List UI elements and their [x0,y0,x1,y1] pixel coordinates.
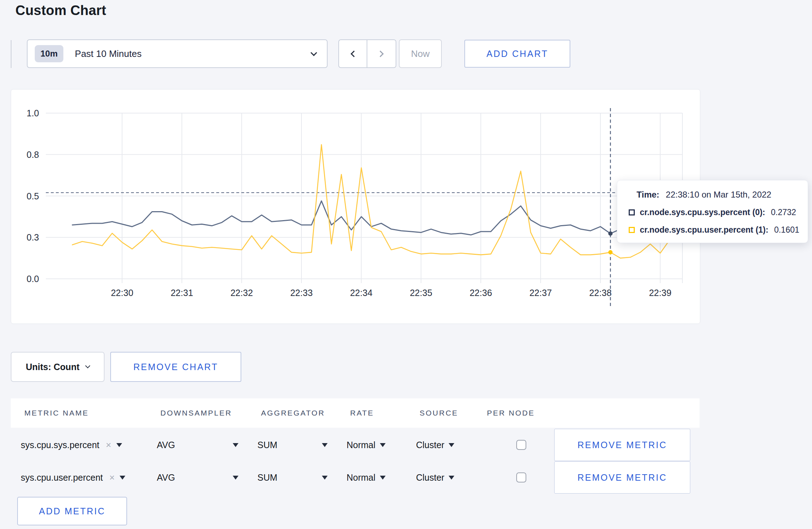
svg-text:0.8: 0.8 [26,150,39,160]
dropdown-caret-icon [449,443,454,447]
chevron-left-icon [351,50,357,57]
now-button[interactable]: Now [399,39,442,68]
svg-text:22:30: 22:30 [111,288,134,298]
chevron-down-icon [85,363,90,368]
tooltip-series-label: cr.node.sys.cpu.user.percent (1): [640,225,768,235]
remove-metric-button[interactable]: REMOVE METRIC [554,429,690,461]
metrics-table-header: METRIC NAME DOWNSAMPLER AGGREGATOR RATE … [11,398,700,428]
source-value: Cluster [416,440,444,450]
column-header-downsampler: DOWNSAMPLER [160,409,261,417]
remove-chart-button[interactable]: REMOVE CHART [110,352,241,382]
tooltip-series-value: 0.2732 [771,208,796,217]
sys-series-swatch-icon [629,209,635,215]
tooltip-series-row: cr.node.sys.cpu.user.percent (1): 0.1601 [629,225,801,235]
rate-value: Normal [347,440,376,450]
svg-text:22:38: 22:38 [589,288,612,298]
metric-name-label: sys.cpu.sys.percent [21,440,100,450]
tooltip-series-label: cr.node.sys.cpu.sys.percent (0): [640,208,765,217]
svg-text:22:39: 22:39 [649,288,672,298]
svg-text:22:33: 22:33 [290,288,313,298]
clear-metric-icon[interactable]: × [109,472,115,483]
tooltip-time-value: 22:38:10 on Mar 15th, 2022 [666,190,772,199]
per-node-checkbox[interactable] [516,440,526,450]
time-window-badge: 10m [35,45,63,62]
dropdown-caret-icon [322,443,328,447]
svg-text:22:32: 22:32 [231,288,253,298]
column-header-per-node: PER NODE [487,409,558,417]
per-node-checkbox[interactable] [516,472,526,482]
dropdown-caret-icon [449,476,454,480]
column-header-metric-name: METRIC NAME [24,409,160,417]
dropdown-caret-icon [120,476,125,480]
time-range-dropdown[interactable]: 10m Past 10 Minutes [27,39,328,68]
svg-text:0.5: 0.5 [26,191,39,201]
user-series-swatch-icon [629,227,635,233]
metric-name-dropdown[interactable]: sys.cpu.sys.percent × [21,440,157,451]
svg-text:0.0: 0.0 [26,274,39,284]
aggregator-dropdown[interactable]: SUM [257,440,328,450]
column-header-rate: RATE [350,409,420,417]
time-pager [338,39,396,68]
remove-metric-button[interactable]: REMOVE METRIC [554,461,690,494]
source-value: Cluster [416,472,444,483]
rate-dropdown[interactable]: Normal [347,472,386,483]
column-header-source: SOURCE [420,409,487,417]
column-header-aggregator: AGGREGATOR [261,409,350,417]
chevron-right-icon [377,50,383,57]
svg-text:22:31: 22:31 [171,288,193,298]
tooltip-time: Time:22:38:10 on Mar 15th, 2022 [629,190,801,200]
svg-text:1.0: 1.0 [26,108,39,118]
svg-text:22:35: 22:35 [410,288,432,298]
time-window-label: Past 10 Minutes [75,48,141,59]
rate-dropdown[interactable]: Normal [347,440,386,450]
metric-row: sys.cpu.sys.percent × AVG SUM Normal Clu… [11,429,700,461]
metric-name-label: sys.cpu.user.percent [21,472,103,483]
svg-text:22:34: 22:34 [350,288,373,298]
aggregator-value: SUM [257,472,277,483]
downsampler-value: AVG [157,440,175,450]
dropdown-caret-icon [233,443,238,447]
source-dropdown[interactable]: Cluster [416,472,454,483]
chevron-down-icon [310,49,317,56]
svg-text:0.3: 0.3 [26,232,39,242]
rate-value: Normal [347,472,376,483]
dropdown-caret-icon [116,443,122,447]
aggregator-dropdown[interactable]: SUM [257,472,328,483]
tooltip-series-row: cr.node.sys.cpu.sys.percent (0): 0.2732 [629,208,801,217]
time-forward-button[interactable] [367,40,396,67]
line-chart[interactable]: 0.00.30.50.81.022:3022:3122:3222:3322:34… [11,89,701,324]
metric-name-dropdown[interactable]: sys.cpu.user.percent × [21,472,157,483]
dropdown-caret-icon [233,476,238,480]
page-title: Custom Chart [15,3,106,18]
tooltip-series-value: 0.1601 [774,225,799,235]
chart-card: 0.00.30.50.81.022:3022:3122:3222:3322:34… [11,89,700,324]
downsampler-value: AVG [157,472,175,483]
svg-text:22:37: 22:37 [530,288,552,298]
units-label: Units: Count [26,362,79,372]
svg-text:22:36: 22:36 [470,288,492,298]
downsampler-dropdown[interactable]: AVG [157,472,238,483]
add-chart-button[interactable]: ADD CHART [464,40,570,68]
aggregator-value: SUM [257,440,277,450]
clear-metric-icon[interactable]: × [106,440,111,451]
dropdown-caret-icon [380,443,386,447]
dropdown-caret-icon [322,476,328,480]
toolbar-left-divider [11,40,11,68]
time-back-button[interactable] [339,40,367,67]
chart-hover-tooltip: Time:22:38:10 on Mar 15th, 2022 cr.node.… [617,180,808,243]
downsampler-dropdown[interactable]: AVG [157,440,238,450]
dropdown-caret-icon [380,476,386,480]
add-metric-button[interactable]: ADD METRIC [17,497,127,525]
units-dropdown[interactable]: Units: Count [11,352,105,382]
metric-row: sys.cpu.user.percent × AVG SUM Normal Cl… [11,461,700,494]
source-dropdown[interactable]: Cluster [416,440,454,450]
tooltip-time-label: Time: [637,190,659,199]
